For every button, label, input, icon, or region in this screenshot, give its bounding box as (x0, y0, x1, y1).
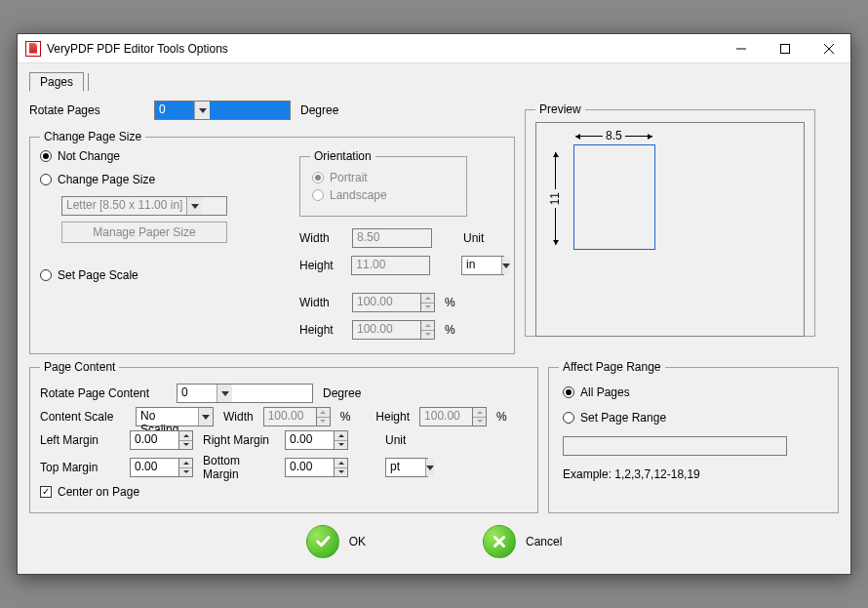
portrait-radio[interactable]: Portrait (312, 171, 454, 184)
chevron-down-icon (217, 385, 232, 402)
minimize-button[interactable] (719, 34, 763, 62)
page-height-input[interactable]: 11.00 (351, 256, 430, 275)
left-margin-label: Left Margin (40, 433, 120, 447)
all-pages-radio[interactable]: All Pages (563, 385, 824, 399)
app-icon (25, 41, 41, 57)
tab-pages[interactable]: Pages (29, 72, 84, 92)
ok-button[interactable]: OK (306, 525, 366, 558)
dialog-window: VeryPDF PDF Editor Tools Options Pages R… (17, 33, 851, 575)
scale-height-label: Height (299, 323, 342, 337)
tab-separator (88, 73, 89, 91)
degree-label: Degree (300, 103, 338, 117)
right-margin-spinner[interactable]: 0.00 (285, 430, 348, 450)
rotate-pages-select[interactable]: 0 (154, 101, 291, 120)
landscape-radio[interactable]: Landscape (312, 188, 454, 202)
unit-label: Unit (463, 231, 484, 245)
bottom-margin-spinner[interactable]: 0.00 (285, 458, 348, 477)
change-page-size-radio[interactable]: Change Page Size (40, 173, 290, 186)
svg-rect-1 (780, 44, 789, 53)
change-page-size-group: Change Page Size Not Change Change Page … (29, 130, 515, 354)
page-range-input[interactable] (563, 436, 787, 456)
orientation-group: Orientation Portrait Landscape (299, 149, 467, 217)
chevron-down-icon (501, 257, 510, 274)
scale-height-spinner[interactable]: 100.00 (352, 320, 435, 340)
window-title: VeryPDF PDF Editor Tools Options (47, 42, 719, 56)
preview-canvas: 8.5 11 (535, 122, 805, 337)
rotate-content-label: Rotate Page Content (40, 386, 167, 400)
close-button[interactable] (807, 34, 850, 62)
rotate-content-select[interactable]: 0 (177, 384, 313, 403)
scale-width-label: Width (299, 296, 342, 309)
maximize-button[interactable] (763, 34, 807, 62)
not-change-radio[interactable]: Not Change (40, 149, 290, 163)
manage-paper-size-button[interactable]: Manage Paper Size (61, 222, 227, 243)
set-page-scale-radio[interactable]: Set Page Scale (40, 268, 290, 282)
change-page-size-legend: Change Page Size (40, 130, 145, 143)
height-label: Height (299, 259, 341, 272)
content-scale-label: Content Scale (40, 410, 126, 424)
right-margin-label: Right Margin (203, 433, 275, 447)
chevron-down-icon (194, 101, 210, 119)
margin-unit-label: Unit (385, 433, 406, 447)
content-scale-select[interactable]: No Scaling (136, 407, 214, 426)
page-content-group: Page Content Rotate Page Content 0 Degre… (29, 360, 538, 513)
preview-group: Preview 8.5 11 (525, 102, 815, 337)
left-margin-spinner[interactable]: 0.00 (130, 430, 193, 450)
margin-unit-select[interactable]: pt (385, 458, 428, 477)
center-on-page-checkbox[interactable]: Center on Page (40, 485, 139, 499)
paper-size-select[interactable]: Letter [8.50 x 11.00 in] (61, 196, 227, 216)
width-label: Width (299, 231, 342, 245)
set-page-range-radio[interactable]: Set Page Range (563, 411, 824, 425)
unit-select[interactable]: in (461, 256, 504, 275)
cancel-button[interactable]: Cancel (483, 525, 562, 558)
page-range-example: Example: 1,2,3,7,12-18,19 (563, 467, 824, 481)
content-width-spinner[interactable]: 100.00 (263, 407, 331, 426)
page-width-input[interactable]: 8.50 (352, 228, 432, 248)
affect-page-range-group: Affect Page Range All Pages Set Page Ran… (548, 360, 839, 513)
content-height-spinner[interactable]: 100.00 (419, 407, 487, 426)
rotate-pages-label: Rotate Pages (29, 103, 127, 117)
scale-width-spinner[interactable]: 100.00 (352, 293, 435, 312)
chevron-down-icon (198, 408, 213, 426)
close-icon (483, 525, 516, 558)
chevron-down-icon (425, 459, 434, 476)
chevron-down-icon (186, 197, 202, 215)
tab-strip: Pages (29, 71, 839, 91)
check-icon (306, 525, 339, 558)
page-preview-icon (573, 144, 655, 250)
top-margin-label: Top Margin (40, 461, 120, 474)
top-margin-spinner[interactable]: 0.00 (130, 458, 193, 477)
bottom-margin-label: Bottom Margin (203, 454, 275, 481)
titlebar: VeryPDF PDF Editor Tools Options (18, 34, 850, 63)
